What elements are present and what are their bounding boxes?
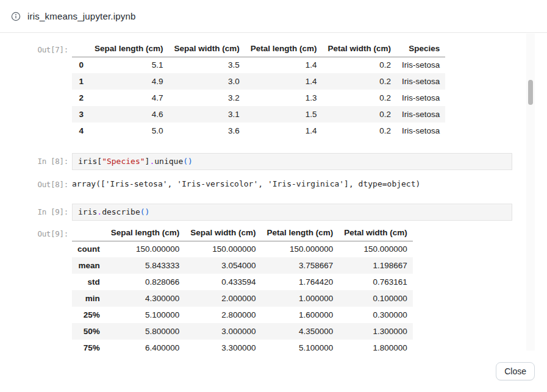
cell-out8: Out[8]: array(['Iris-setosa', 'Iris-vers…: [0, 176, 547, 189]
table-row: mean5.8433333.0540003.7586671.198667: [72, 257, 413, 274]
table-cell: 5.100000: [262, 340, 339, 351]
table-row: 05.13.51.40.2Iris-setosa: [72, 57, 445, 73]
code-token-plain: describe: [102, 207, 140, 216]
row-index: 0: [72, 57, 89, 73]
table-row: 45.03.61.40.2Iris-setosa: [72, 123, 445, 139]
input-prompt: In [8]:: [0, 153, 68, 166]
table-cell: 1.764420: [262, 274, 339, 290]
table-cell: 3.1: [169, 106, 245, 123]
code-token-plain: iris: [78, 157, 97, 166]
table-row: min4.3000002.0000001.0000000.100000: [72, 290, 413, 307]
row-index: count: [72, 241, 105, 257]
code-token-string: "Species": [102, 157, 145, 166]
table-cell: 1.4: [245, 73, 323, 90]
row-index: min: [72, 290, 105, 307]
table-row: 24.73.21.30.2Iris-setosa: [72, 90, 445, 106]
table-cell: 1.800000: [338, 340, 413, 351]
table-row: 34.63.11.50.2Iris-setosa: [72, 106, 445, 123]
cell-out9: Out[9]: Sepal length (cm)Sepal width (cm…: [0, 226, 547, 351]
output-prompt: Out[8]:: [0, 176, 68, 189]
row-index: 50%: [72, 323, 105, 340]
row-index: 25%: [72, 307, 105, 323]
table-cell: 5.0: [89, 123, 169, 139]
column-header: Sepal width (cm): [169, 41, 245, 57]
code-token-paren: (: [140, 207, 145, 216]
info-icon: [11, 12, 21, 21]
row-index: std: [72, 274, 105, 290]
table-cell: 5.100000: [105, 307, 185, 323]
table-cell: 1.3: [245, 90, 323, 106]
dataframe-describe-table: Sepal length (cm)Sepal width (cm)Petal l…: [72, 226, 413, 351]
notebook-preview-scroll-area[interactable]: Out[7]: Sepal length (cm)Sepal width (cm…: [0, 34, 547, 351]
table-cell: 5.843333: [105, 257, 185, 274]
row-index: mean: [72, 257, 105, 274]
table-cell: 5.1: [89, 57, 169, 73]
table-cell: Iris-setosa: [396, 73, 445, 90]
vertical-scrollbar-track[interactable]: [526, 34, 535, 351]
table-cell: 6.400000: [105, 340, 185, 351]
table-cell: 0.2: [323, 73, 397, 90]
column-header: Petal width (cm): [338, 226, 413, 241]
table-cell: 0.763161: [338, 274, 413, 290]
table-cell: 3.5: [169, 57, 245, 73]
table-cell: 3.2: [169, 90, 245, 106]
table-cell: Iris-setosa: [396, 90, 445, 106]
code-token-plain: iris: [78, 207, 97, 216]
close-button[interactable]: Close: [496, 362, 535, 380]
table-cell: 1.198667: [338, 257, 413, 274]
column-header: Petal length (cm): [262, 226, 339, 241]
table-cell: 1.5: [245, 106, 323, 123]
cell-out7: Out[7]: Sepal length (cm)Sepal width (cm…: [0, 41, 547, 139]
code-input: iris["Species"].unique(): [72, 153, 512, 170]
code-token-operator: .: [97, 207, 102, 216]
table-cell: 4.6: [89, 106, 169, 123]
table-cell: 0.828066: [105, 274, 185, 290]
table-row: 25%5.1000002.8000001.6000000.300000: [72, 307, 413, 323]
column-header: [72, 226, 105, 241]
code-input: iris.describe(): [72, 204, 512, 221]
file-title: iris_kmeans_jupyter.ipynb: [27, 11, 136, 21]
vertical-scrollbar-thumb[interactable]: [528, 80, 533, 105]
column-header: Species: [396, 41, 445, 57]
code-token-plain: unique: [154, 157, 183, 166]
table-cell: 3.6: [169, 123, 245, 139]
table-cell: 1.600000: [262, 307, 339, 323]
table-cell: 3.758667: [262, 257, 339, 274]
code-token-plain: [: [97, 157, 102, 166]
table-cell: 1.4: [245, 123, 323, 139]
table-cell: 3.000000: [185, 323, 261, 340]
table-cell: 150.000000: [105, 241, 185, 257]
output-prompt: Out[9]:: [0, 226, 68, 238]
column-header: [72, 41, 89, 57]
table-cell: 0.2: [323, 123, 397, 139]
table-cell: 150.000000: [262, 241, 339, 257]
column-header: Petal width (cm): [323, 41, 397, 57]
row-index: 2: [72, 90, 89, 106]
cell-in8: In [8]: iris["Species"].unique(): [0, 153, 547, 170]
table-cell: 1.300000: [338, 323, 413, 340]
table-cell: 0.433594: [185, 274, 261, 290]
table-cell: 150.000000: [185, 241, 261, 257]
modal-footer: Close: [0, 351, 547, 392]
text-output: array(['Iris-setosa', 'Iris-versicolor',…: [72, 176, 420, 188]
table-cell: 0.300000: [338, 307, 413, 323]
row-index: 3: [72, 106, 89, 123]
table-cell: 1.000000: [262, 290, 339, 307]
table-cell: 1.4: [245, 57, 323, 73]
table-row: 50%5.8000003.0000004.3500001.300000: [72, 323, 413, 340]
dataframe-head-table: Sepal length (cm)Sepal width (cm)Petal l…: [72, 41, 445, 139]
table-cell: 0.2: [323, 106, 397, 123]
table-row: 14.93.01.40.2Iris-setosa: [72, 73, 445, 90]
table-cell: 3.054000: [185, 257, 261, 274]
table-cell: 2.800000: [185, 307, 261, 323]
table-cell: 5.800000: [105, 323, 185, 340]
table-cell: 150.000000: [338, 241, 413, 257]
file-preview-modal: iris_kmeans_jupyter.ipynb Out[7]: Sepal …: [0, 0, 547, 392]
cell-in9: In [9]: iris.describe(): [0, 204, 547, 221]
table-cell: 0.2: [323, 57, 397, 73]
column-header: Sepal length (cm): [89, 41, 169, 57]
table-cell: 4.9: [89, 73, 169, 90]
table-cell: 4.350000: [262, 323, 339, 340]
code-token-paren: ): [188, 157, 193, 166]
input-prompt: In [9]:: [0, 204, 68, 216]
